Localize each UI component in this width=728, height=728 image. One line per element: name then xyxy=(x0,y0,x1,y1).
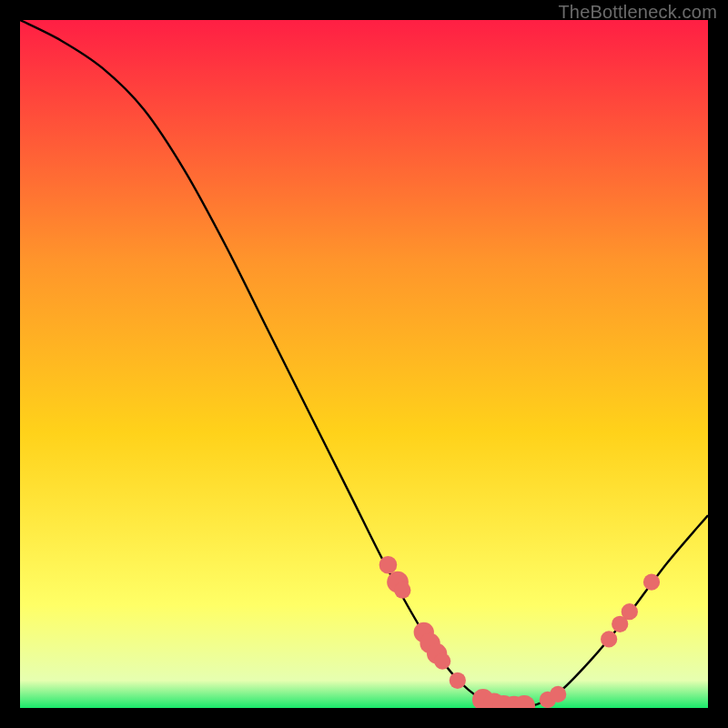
data-marker xyxy=(601,631,617,647)
data-marker xyxy=(434,652,450,669)
data-marker xyxy=(643,574,660,591)
data-marker xyxy=(379,556,398,574)
data-marker xyxy=(622,603,638,620)
chart-frame: TheBottleneck.com xyxy=(0,0,728,728)
bottleneck-chart xyxy=(20,20,708,708)
watermark-text: TheBottleneck.com xyxy=(558,2,717,23)
gradient-background xyxy=(20,20,708,708)
data-marker xyxy=(394,582,410,599)
data-marker xyxy=(450,672,466,689)
data-marker xyxy=(550,686,566,703)
